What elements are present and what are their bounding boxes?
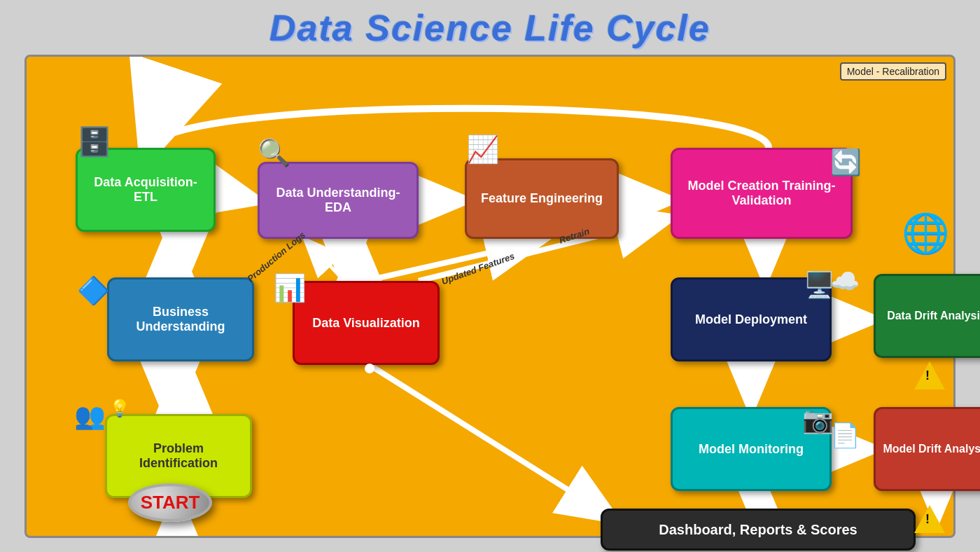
document-icon: 📄 [830, 421, 860, 449]
search-icon: 🔍 [258, 137, 290, 168]
warning-icon-1: ! [914, 361, 945, 389]
recalibration-label: Model - Recalibration [840, 62, 946, 81]
data-acquisition-label: Data Acquisition- ETL [85, 175, 206, 205]
data-visualization-label: Data Visualization [312, 316, 420, 331]
dashboard-node: Dashboard, Reports & Scores [601, 509, 916, 551]
model-creation-node: Model Creation Training- Validation [671, 148, 853, 239]
database-icon: 🗄️ [77, 125, 112, 158]
lightbulb-icon: 💡 [109, 399, 130, 418]
feature-engineering-node: Feature Engineering [465, 158, 619, 239]
business-understanding-node: Business Understanding [107, 277, 254, 361]
main-canvas: Model - Recalibration [24, 55, 955, 538]
updated-features-label: Updated Features [440, 251, 516, 287]
barchart-icon: 📊 [273, 272, 306, 303]
data-visualization-node: Data Visualization [293, 281, 440, 365]
data-understanding-node: Data Understanding- EDA [258, 162, 419, 239]
data-acquisition-node: Data Acquisition- ETL [76, 148, 216, 232]
start-label: START [141, 492, 200, 513]
model-drift-label: Model Drift Analysis [883, 443, 980, 455]
data-drift-label: Data Drift Analysis [887, 310, 980, 322]
dashboard-label: Dashboard, Reports & Scores [659, 522, 857, 538]
model-monitoring-label: Model Monitoring [699, 442, 804, 457]
start-button[interactable]: START [128, 483, 212, 522]
junction-dot [365, 364, 374, 373]
feature-engineering-label: Feature Engineering [481, 191, 603, 206]
data-drift-node: Data Drift Analysis [874, 274, 980, 358]
chart-icon: 📈 [466, 134, 499, 165]
svg-line-2 [217, 191, 256, 200]
model-deployment-label: Model Deployment [695, 312, 807, 327]
data-understanding-label: Data Understanding- EDA [267, 186, 410, 215]
business-understanding-label: Business Understanding [116, 305, 245, 334]
model-creation-label: Model Creation Training- Validation [680, 179, 844, 208]
globe-icon: 🌐 [902, 211, 950, 256]
cube-icon: 🔷 [77, 275, 110, 306]
model-drift-node: Model Drift Analysis [874, 407, 980, 491]
svg-line-18 [372, 366, 615, 519]
camera-icon: 📷 [802, 406, 834, 435]
recycle-icon: 🔄 [830, 148, 862, 177]
problem-identification-label: Problem Identification [114, 441, 243, 471]
warning-icon-2: ! [914, 505, 945, 533]
cloud-icon: ☁️ [830, 267, 860, 295]
svg-line-15 [307, 241, 343, 280]
page-title: Data Science Life Cycle [270, 7, 710, 49]
people-icon: 👥 [74, 401, 106, 431]
